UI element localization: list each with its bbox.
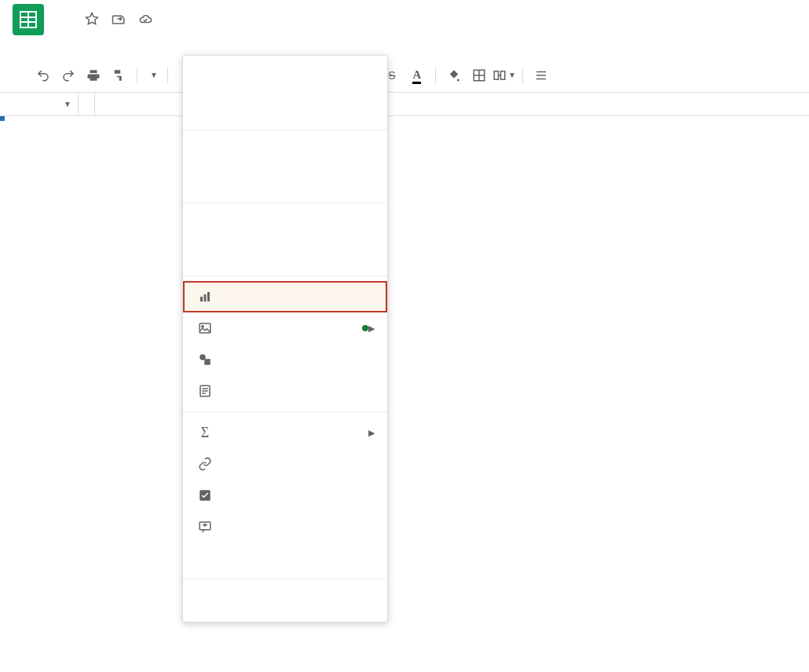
- columns-right-item[interactable]: [183, 166, 387, 198]
- fx-label: [79, 93, 95, 115]
- new-sheet-item[interactable]: [183, 584, 387, 615]
- cells-shift-down-item[interactable]: [183, 208, 387, 239]
- borders-button[interactable]: [467, 64, 491, 87]
- svg-rect-11: [207, 292, 210, 301]
- checkbox-icon: [196, 488, 214, 502]
- print-button[interactable]: [82, 64, 105, 87]
- columns-left-item[interactable]: [183, 135, 387, 166]
- zoom-select[interactable]: ▼: [144, 71, 161, 79]
- rows-above-item[interactable]: [183, 62, 387, 93]
- form-item[interactable]: [183, 375, 387, 407]
- star-icon[interactable]: [85, 12, 99, 28]
- document-title[interactable]: [58, 18, 68, 21]
- svg-rect-10: [204, 294, 207, 301]
- rows-below-item[interactable]: [183, 93, 387, 125]
- image-icon: [196, 321, 214, 335]
- svg-point-13: [202, 326, 203, 327]
- formula-bar: ▼: [0, 93, 809, 116]
- svg-rect-7: [536, 75, 546, 76]
- insert-link-item[interactable]: [183, 448, 387, 480]
- fill-color-button[interactable]: [442, 64, 466, 87]
- redo-button[interactable]: [57, 64, 80, 87]
- toolbar: ▼ ▼ ▼ B I S A ▼: [0, 58, 809, 93]
- name-box[interactable]: ▼: [0, 93, 79, 115]
- comment-icon: [196, 520, 214, 534]
- image-item[interactable]: ▶: [183, 312, 387, 344]
- note-item[interactable]: [183, 542, 387, 574]
- sheets-logo[interactable]: [13, 4, 44, 35]
- svg-rect-8: [536, 78, 546, 79]
- form-icon: [196, 384, 214, 398]
- insert-menu-dropdown: ▶ Σ▶: [182, 55, 388, 623]
- svg-rect-4: [494, 71, 498, 79]
- comment-item[interactable]: [183, 511, 387, 542]
- svg-rect-6: [536, 71, 546, 72]
- svg-rect-18: [202, 390, 208, 392]
- drawing-item[interactable]: [183, 344, 387, 375]
- svg-rect-5: [500, 71, 504, 79]
- svg-rect-15: [204, 359, 210, 365]
- menubar: [0, 33, 809, 58]
- undo-button[interactable]: [31, 64, 55, 87]
- svg-rect-17: [202, 388, 208, 389]
- function-icon: Σ: [196, 425, 214, 441]
- cells-shift-right-item[interactable]: [183, 239, 387, 271]
- cloud-status-icon[interactable]: [138, 12, 152, 28]
- paint-format-button[interactable]: [107, 64, 130, 87]
- chart-item[interactable]: [183, 281, 387, 312]
- move-icon[interactable]: [112, 12, 126, 28]
- drawing-icon: [196, 352, 214, 367]
- text-color-button[interactable]: A: [405, 64, 429, 87]
- more-toolbar-button[interactable]: [529, 64, 553, 87]
- function-item[interactable]: Σ▶: [183, 417, 387, 448]
- chart-icon: [196, 290, 214, 304]
- checkbox-item[interactable]: [183, 480, 387, 511]
- merge-cells-button[interactable]: ▼: [492, 64, 516, 87]
- link-icon: [196, 457, 214, 471]
- svg-rect-19: [202, 393, 206, 394]
- svg-marker-0: [86, 13, 98, 24]
- svg-rect-9: [200, 297, 203, 301]
